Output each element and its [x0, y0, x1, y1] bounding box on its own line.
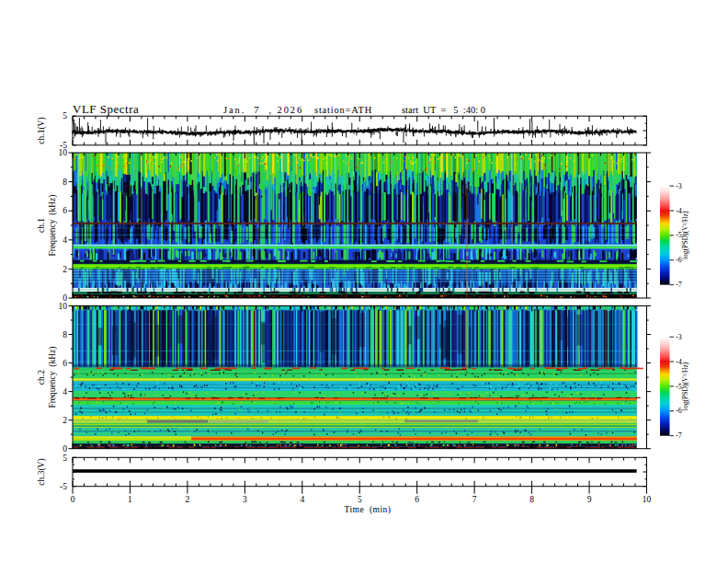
svg-text:Jan. 7 , 2026: Jan. 7 , 2026: [223, 105, 303, 115]
svg-text:6: 6: [63, 359, 67, 368]
svg-text:log(PSD)(V²/Hz): log(PSD)(V²/Hz): [682, 362, 690, 410]
svg-text:1: 1: [128, 495, 132, 504]
svg-text:5: 5: [63, 111, 67, 121]
svg-text:-3: -3: [676, 182, 682, 190]
svg-text:7: 7: [472, 495, 477, 504]
svg-text:10: 10: [59, 148, 68, 157]
svg-text:ch.2: ch.2: [37, 370, 46, 385]
svg-text:6: 6: [63, 206, 67, 215]
svg-text:2: 2: [63, 416, 67, 425]
svg-text:2: 2: [186, 495, 190, 504]
svg-text:4: 4: [63, 236, 67, 245]
svg-text:0: 0: [63, 444, 67, 454]
svg-text:5: 5: [63, 454, 67, 463]
svg-text:9: 9: [587, 495, 592, 504]
svg-text:station=ATH: station=ATH: [314, 105, 372, 115]
svg-text:Frequency (kHz): Frequency (kHz): [48, 194, 58, 256]
svg-text:-7: -7: [676, 281, 682, 289]
svg-text:Time (min): Time (min): [344, 505, 391, 515]
svg-text:8: 8: [63, 330, 67, 339]
svg-text:-5: -5: [60, 482, 67, 491]
svg-text:5: 5: [358, 495, 362, 504]
svg-text:ch.1: ch.1: [37, 218, 46, 233]
svg-text:-7: -7: [676, 431, 682, 440]
svg-text:-3: -3: [676, 333, 682, 341]
svg-text:8: 8: [529, 495, 534, 504]
svg-text:ch.3(V): ch.3(V): [37, 458, 47, 485]
svg-text:Frequency (kHz): Frequency (kHz): [48, 347, 58, 408]
svg-text:ch.1(V): ch.1(V): [37, 117, 47, 144]
svg-text:2: 2: [63, 265, 67, 274]
svg-text:0: 0: [71, 495, 75, 504]
svg-text:4: 4: [300, 495, 304, 504]
svg-text:6: 6: [415, 495, 419, 504]
svg-text:10: 10: [643, 495, 652, 504]
svg-text:log(PSD)(V²/Hz): log(PSD)(V²/Hz): [682, 211, 690, 259]
svg-text:VLF Spectra: VLF Spectra: [73, 102, 139, 116]
svg-text:8: 8: [63, 178, 67, 187]
svg-text:3: 3: [243, 495, 247, 504]
svg-text:10: 10: [59, 302, 68, 311]
svg-text:start UT = 5 :40: 0: start UT = 5 :40: 0: [402, 105, 485, 115]
svg-text:4: 4: [63, 387, 67, 396]
